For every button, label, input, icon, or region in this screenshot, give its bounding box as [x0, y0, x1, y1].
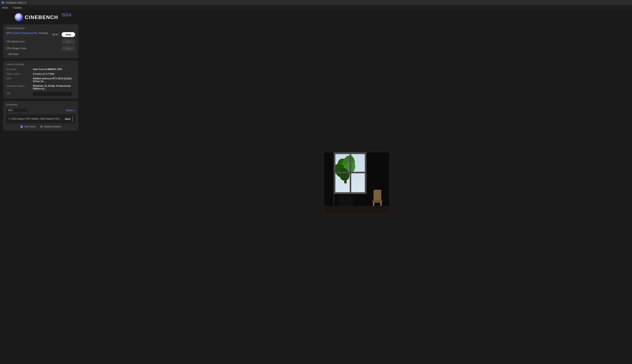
perf-gpu-label-text: GPU — [6, 32, 12, 34]
render-window-divider — [350, 152, 351, 194]
stop-button[interactable]: Stop — [62, 32, 75, 37]
your-score-label: Your Score — [24, 125, 36, 128]
perf-mp-ratio-value: - — [73, 53, 74, 56]
sys-key-gpu: GPU — [6, 77, 31, 80]
sys-row-cores: Cores x GHz 6 Cores @ 3.7 GHz — [6, 72, 75, 75]
legend-row: Your Score Identical System — [6, 125, 75, 128]
perf-gpu-time: 09:47 — [51, 33, 58, 36]
ranking-name-1: AMD Radeon PRO W6800, AMD Radeon PRO W68… — [11, 118, 63, 120]
legend-your-score: Your Score — [20, 125, 36, 128]
ranking-rank-1: 1. — [8, 118, 11, 120]
your-system-section: YOUR SYSTEM Processor Intel Core i5-9600… — [3, 60, 78, 98]
ranking-title: RANKING — [6, 104, 18, 106]
details-icon: ≡ — [74, 109, 75, 112]
your-system-title: YOUR SYSTEM — [6, 63, 75, 66]
cinebench-app-icon — [2, 1, 4, 4]
sys-row-gpu: GPU NVIDIA GeForce RTX 3070 (CUDA, Drive… — [6, 77, 75, 83]
perf-cpu-single-value: - — [58, 47, 58, 50]
sys-val-cores: 6 Cores @ 3.7 GHz — [33, 72, 75, 75]
ranking-scrollbar — [72, 116, 73, 122]
sys-key-info: Info — [6, 92, 31, 95]
sys-key-cores: Cores x GHz — [6, 72, 31, 75]
ranking-header: RANKING — [6, 104, 75, 106]
sys-row-processor: Processor Intel Core i5-9600KF CPU — [6, 68, 75, 71]
right-panel — [81, 10, 632, 364]
sys-val-gpu: NVIDIA GeForce RTX 3070 (CUDA, Driver Ve… — [33, 77, 75, 83]
menu-help[interactable]: Справка — [12, 6, 23, 10]
render-floor — [324, 206, 390, 214]
render-unrendered-area — [324, 152, 334, 214]
render-background — [324, 152, 390, 214]
sys-key-os: Operating System — [6, 84, 31, 87]
your-score-dot — [20, 125, 23, 128]
perf-row-cpu-single: CPU (Single Core) - Start — [6, 46, 75, 51]
perf-gpu-highlight: (System Requirements) — [12, 32, 38, 34]
performance-title: PERFORMANCE — [6, 27, 75, 30]
main-layout: CINEBENCH 2024 PERFORMANCE GPU (System R… — [0, 10, 632, 364]
perf-cpu-multi-value: - — [58, 40, 58, 43]
render-chair-back — [374, 190, 381, 201]
cpu-multi-start-button: Start — [62, 39, 75, 44]
sys-row-info: Info — [6, 92, 75, 96]
window-title: Cinebench 2024.1.0 — [6, 1, 26, 4]
logo-year: 2024 — [62, 12, 71, 18]
ranking-section: RANKING GPU CPU (Multi Core) CPU (Single… — [3, 101, 78, 131]
render-progress-line — [334, 152, 334, 214]
sys-val-processor: Intel Core i5-9600KF CPU — [33, 68, 75, 71]
perf-row-gpu: GPU (System Requirements) Running ... 09… — [6, 32, 75, 37]
menu-file[interactable]: Файл — [2, 6, 9, 10]
render-chair — [372, 190, 382, 207]
performance-section: PERFORMANCE GPU (System Requirements) Ru… — [3, 24, 78, 58]
details-link[interactable]: Details ≡ — [66, 109, 75, 112]
ranking-dropdown-wrapper: GPU CPU (Multi Core) CPU (Single Core) ▾ — [6, 108, 29, 112]
ranking-list-container: 1. AMD Radeon PRO W6800, AMD Radeon PRO … — [6, 114, 75, 123]
details-label: Details — [66, 109, 73, 112]
sys-val-os: Windows 10, 64 Bit, Professional Edition… — [33, 84, 75, 90]
sys-key-processor: Processor — [6, 68, 31, 71]
menu-bar: Файл Справка — [0, 6, 632, 10]
perf-cpu-multi-label: CPU (Multi Core) — [6, 40, 56, 43]
logo-area: CINEBENCH 2024 — [3, 13, 78, 21]
perf-mp-ratio-label: MP Ratio — [6, 53, 71, 56]
legend-identical-system: Identical System — [40, 125, 61, 128]
left-panel: CINEBENCH 2024 PERFORMANCE GPU (System R… — [0, 10, 81, 364]
identical-system-dot — [40, 125, 43, 128]
cpu-single-start-button: Start — [62, 46, 75, 51]
render-preview — [324, 152, 390, 214]
identical-system-label: Identical System — [44, 125, 61, 128]
render-pot — [338, 196, 353, 206]
ranking-label-1: 1. AMD Radeon PRO W6800, AMD Radeon PRO … — [8, 118, 63, 120]
ranking-dropdown[interactable]: GPU CPU (Multi Core) CPU (Single Core) — [6, 108, 29, 112]
title-bar: Cinebench 2024.1.0 — [0, 0, 632, 6]
perf-gpu-label: GPU (System Requirements) Running ... — [6, 32, 49, 37]
logo-text: CINEBENCH — [25, 14, 58, 20]
perf-row-mp-ratio: MP Ratio - — [6, 53, 75, 56]
cinebench-logo-icon — [15, 13, 23, 21]
sys-info-input[interactable] — [33, 92, 72, 96]
ranking-row-1: 1. AMD Radeon PRO W6800, AMD Radeon PRO … — [6, 114, 75, 123]
perf-row-cpu-multi: CPU (Multi Core) - Start — [6, 39, 75, 44]
perf-cpu-single-label: CPU (Single Core) — [6, 47, 56, 50]
ranking-score-1: 9643 — [65, 118, 70, 120]
sys-row-os: Operating System Windows 10, 64 Bit, Pro… — [6, 84, 75, 90]
